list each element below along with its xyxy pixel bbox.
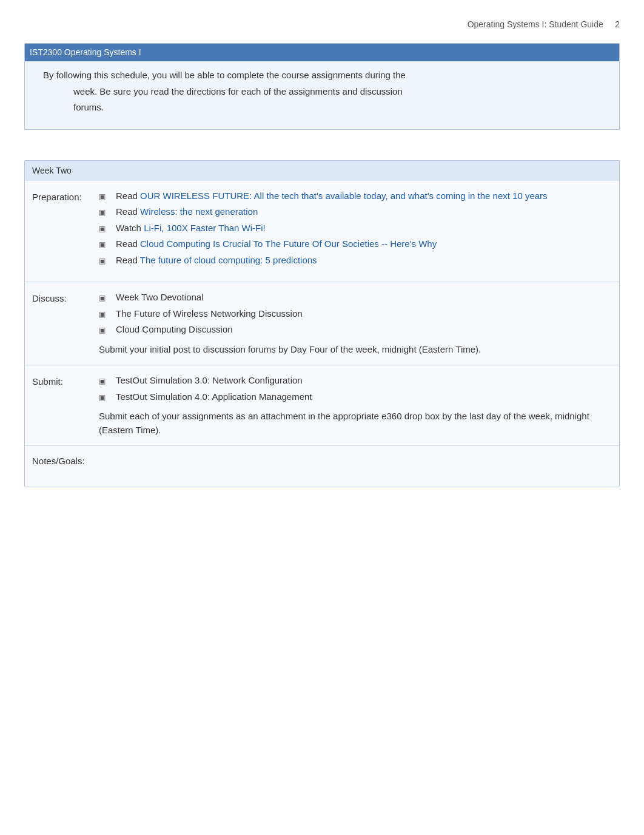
- preparation-row: Preparation: ▣ Read OUR WIRELESS FUTURE:…: [25, 181, 619, 283]
- list-item: ▣ Read OUR WIRELESS FUTURE: All the tech…: [99, 189, 612, 203]
- prep-link-3[interactable]: Li-Fi, 100X Faster Than Wi-Fi!: [144, 223, 266, 233]
- bullet-icon: ▣: [99, 323, 111, 336]
- list-item: ▣ Watch Li-Fi, 100X Faster Than Wi-Fi!: [99, 221, 612, 235]
- page-header: Operating Systems I: Student Guide 2: [24, 12, 620, 43]
- intro-line2: week. Be sure you read the directions fo…: [43, 85, 607, 99]
- bullet-icon: ▣: [99, 291, 111, 303]
- week-header: Week Two: [25, 161, 619, 181]
- bullet-icon: ▣: [99, 189, 111, 202]
- discuss-item-1: Week Two Devotional: [116, 291, 204, 305]
- week-section: Week Two Preparation: ▣ Read OUR WIRELES…: [24, 160, 620, 487]
- discuss-label: Discuss:: [32, 291, 99, 306]
- discuss-content: ▣ Week Two Devotional ▣ The Future of Wi…: [99, 291, 612, 356]
- submit-note: Submit each of your assignments as an at…: [99, 410, 612, 437]
- week-content: Preparation: ▣ Read OUR WIRELESS FUTURE:…: [25, 181, 619, 487]
- prep-link-1[interactable]: OUR WIRELESS FUTURE: All the tech that's…: [140, 191, 548, 201]
- list-item: ▣ The Future of Wireless Networking Disc…: [99, 307, 612, 321]
- prep-link-4[interactable]: Cloud Computing Is Crucial To The Future…: [140, 238, 437, 249]
- preparation-content: ▣ Read OUR WIRELESS FUTURE: All the tech…: [99, 189, 612, 274]
- list-item: ▣ Cloud Computing Discussion: [99, 323, 612, 337]
- list-item: ▣ Read Cloud Computing Is Crucial To The…: [99, 237, 612, 251]
- submit-item-1: TestOut Simulation 3.0: Network Configur…: [116, 374, 303, 388]
- intro-line1: By following this schedule, you will be …: [43, 69, 607, 83]
- prep-item-3: Watch Li-Fi, 100X Faster Than Wi-Fi!: [116, 221, 266, 235]
- submit-list: ▣ TestOut Simulation 3.0: Network Config…: [99, 374, 612, 404]
- submit-label: Submit:: [32, 374, 99, 389]
- bullet-icon: ▣: [99, 307, 111, 320]
- list-item: ▣ Read The future of cloud computing: 5 …: [99, 254, 612, 268]
- submit-item-2: TestOut Simulation 4.0: Application Mana…: [116, 390, 312, 404]
- prep-item-2: Read Wireless: the next generation: [116, 205, 258, 219]
- list-item: ▣ Read Wireless: the next generation: [99, 205, 612, 219]
- bullet-icon: ▣: [99, 237, 111, 250]
- discuss-item-3: Cloud Computing Discussion: [116, 323, 233, 337]
- discuss-note: Submit your initial post to discussion f…: [99, 343, 612, 357]
- bullet-icon: ▣: [99, 254, 111, 266]
- notes-label: Notes/Goals:: [32, 455, 99, 468]
- prep-item-4: Read Cloud Computing Is Crucial To The F…: [116, 237, 437, 251]
- bullet-icon: ▣: [99, 390, 111, 403]
- list-item: ▣ Week Two Devotional: [99, 291, 612, 305]
- prep-link-5[interactable]: The future of cloud computing: 5 predict…: [140, 255, 317, 265]
- prep-link-2[interactable]: Wireless: the next generation: [140, 206, 258, 217]
- bullet-icon: ▣: [99, 205, 111, 218]
- intro-line3: forums.: [43, 101, 607, 115]
- page-number: 2: [615, 19, 620, 29]
- prep-item-1: Read OUR WIRELESS FUTURE: All the tech t…: [116, 189, 548, 203]
- list-item: ▣ TestOut Simulation 4.0: Application Ma…: [99, 390, 612, 404]
- preparation-list: ▣ Read OUR WIRELESS FUTURE: All the tech…: [99, 189, 612, 268]
- bullet-icon: ▣: [99, 374, 111, 387]
- submit-content: ▣ TestOut Simulation 3.0: Network Config…: [99, 374, 612, 437]
- intro-title: IST2300 Operating Systems I: [25, 44, 619, 61]
- prep-item-5: Read The future of cloud computing: 5 pr…: [116, 254, 317, 268]
- intro-section: IST2300 Operating Systems I By following…: [24, 43, 620, 130]
- discuss-list: ▣ Week Two Devotional ▣ The Future of Wi…: [99, 291, 612, 337]
- preparation-label: Preparation:: [32, 189, 99, 205]
- list-item: ▣ TestOut Simulation 3.0: Network Config…: [99, 374, 612, 388]
- header-title: Operating Systems I: Student Guide: [468, 19, 603, 29]
- intro-body: By following this schedule, you will be …: [37, 69, 607, 115]
- notes-row: Notes/Goals:: [25, 446, 619, 487]
- submit-row: Submit: ▣ TestOut Simulation 3.0: Networ…: [25, 365, 619, 446]
- bullet-icon: ▣: [99, 221, 111, 234]
- discuss-row: Discuss: ▣ Week Two Devotional ▣ The Fut…: [25, 282, 619, 365]
- discuss-item-2: The Future of Wireless Networking Discus…: [116, 307, 303, 321]
